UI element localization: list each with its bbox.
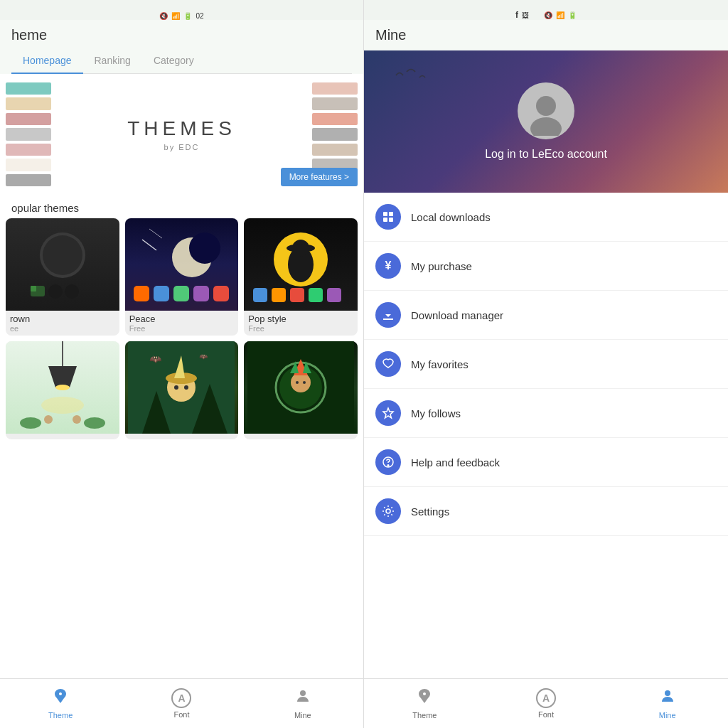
nav-font-left[interactable]: A Font: [121, 679, 242, 728]
nav-theme-left[interactable]: Theme: [0, 679, 121, 728]
my-purchase-icon: ¥: [375, 253, 401, 279]
left-bottom-nav: Theme A Font Mine: [0, 678, 363, 728]
theme-card-3[interactable]: [6, 341, 119, 439]
svg-rect-19: [253, 288, 267, 302]
theme-card-2[interactable]: Pop style Free: [244, 218, 358, 336]
svg-rect-23: [327, 288, 341, 302]
svg-point-18: [287, 244, 315, 252]
themes-grid: rown ee: [0, 218, 363, 445]
right-panel: Mine Log in to LeEco account: [364, 20, 728, 728]
more-features-button[interactable]: More features >: [281, 168, 358, 186]
menu-list: Local downloads ¥ My purchase Download m…: [364, 193, 728, 678]
svg-point-31: [73, 415, 81, 424]
svg-point-26: [55, 385, 70, 390]
svg-rect-14: [213, 286, 229, 301]
theme-card-img-0: [6, 218, 119, 311]
svg-point-29: [84, 417, 105, 429]
swatch-6: [6, 159, 51, 171]
svg-rect-56: [383, 218, 387, 222]
menu-item-label-3: My favorites: [411, 358, 469, 370]
swatch-1: [6, 82, 51, 95]
menu-my-follows[interactable]: My follows: [364, 389, 728, 438]
nav-mine-right[interactable]: Mine: [606, 679, 728, 728]
section-title: opular themes: [0, 195, 363, 218]
svg-point-61: [386, 509, 390, 513]
svg-rect-13: [193, 286, 209, 301]
mine-nav-label-left: Mine: [294, 711, 311, 719]
theme-name-1: Peace: [129, 314, 235, 324]
menu-my-purchase[interactable]: ¥ My purchase: [364, 242, 728, 291]
fb-icon: f: [515, 10, 518, 20]
theme-card-0[interactable]: rown ee: [6, 218, 119, 336]
theme-card-5[interactable]: [244, 341, 358, 439]
theme-name-2: Pop style: [248, 314, 353, 324]
svg-rect-12: [173, 286, 189, 301]
nav-theme-right[interactable]: Theme: [364, 679, 486, 728]
menu-local-downloads[interactable]: Local downloads: [364, 193, 728, 242]
time-display: 02: [196, 12, 203, 20]
swatch-r2: [312, 97, 358, 109]
swatch-5: [6, 144, 51, 156]
tab-homepage[interactable]: Homepage: [11, 48, 83, 73]
tab-ranking[interactable]: Ranking: [83, 48, 142, 73]
battery-icon: 🔋: [183, 12, 192, 20]
theme-card-img-5: [244, 341, 358, 434]
svg-point-52: [536, 96, 556, 116]
font-nav-label-left: Font: [173, 710, 189, 719]
theme-nav-icon-right: [416, 687, 433, 709]
wifi-icon-right: 📶: [556, 11, 564, 19]
nav-mine-left[interactable]: Mine: [242, 679, 363, 728]
menu-item-label-0: Local downloads: [411, 211, 491, 223]
right-title: Mine: [375, 27, 717, 43]
local-downloads-icon: [375, 204, 401, 230]
svg-text:🦇: 🦇: [199, 352, 208, 361]
theme-nav-label-left: Theme: [48, 711, 73, 719]
theme-card-info-1: Peace Free: [125, 311, 239, 336]
svg-point-62: [665, 690, 670, 696]
svg-point-4: [48, 284, 63, 299]
svg-point-27: [41, 397, 84, 414]
mine-nav-icon-right: [659, 687, 676, 709]
svg-rect-54: [383, 212, 387, 216]
theme-card-img-4: 🦇 🦇: [125, 341, 239, 434]
theme-card-4[interactable]: 🦇 🦇: [125, 341, 239, 439]
mute-icon: 🔇: [159, 12, 168, 20]
svg-point-53: [530, 117, 562, 136]
birds-decoration: [392, 65, 449, 88]
svg-rect-55: [389, 212, 393, 216]
menu-item-label-4: My follows: [411, 407, 461, 419]
profile-banner[interactable]: Log in to LeEco account: [364, 50, 728, 193]
theme-card-img-2: [244, 218, 358, 311]
tab-category[interactable]: Category: [142, 48, 205, 73]
svg-point-7: [189, 232, 220, 264]
wifi-icon: 📶: [171, 12, 180, 20]
font-nav-icon-left: A: [171, 688, 191, 708]
svg-point-5: [65, 284, 79, 299]
theme-card-img-3: [6, 341, 119, 434]
menu-settings[interactable]: Settings: [364, 487, 728, 536]
hero-subtitle: by EDC: [164, 143, 200, 151]
nav-font-right[interactable]: A Font: [486, 679, 607, 728]
theme-card-1[interactable]: Peace Free: [125, 218, 239, 336]
svg-line-9: [149, 229, 162, 238]
svg-rect-11: [154, 286, 169, 301]
menu-help-feedback[interactable]: Help and feedback: [364, 438, 728, 487]
left-status-bar: 🔇 📶 🔋 02: [0, 0, 364, 20]
font-nav-icon-right: A: [536, 688, 556, 708]
theme-price-0: ee: [10, 324, 115, 333]
swatch-r4: [312, 128, 358, 140]
settings-icon: [375, 498, 401, 524]
hero-title: THEMES: [127, 117, 236, 140]
svg-line-8: [142, 240, 156, 250]
menu-my-favorites[interactable]: My favorites: [364, 340, 728, 389]
svg-rect-22: [309, 288, 323, 302]
avatar: [518, 82, 574, 139]
svg-rect-20: [272, 288, 286, 302]
theme-card-info-2: Pop style Free: [244, 311, 358, 336]
left-panel: heme Homepage Ranking Category: [0, 20, 364, 728]
right-bottom-nav: Theme A Font Mine: [364, 678, 728, 728]
svg-point-30: [44, 415, 53, 424]
theme-card-img-1: [125, 218, 239, 311]
menu-download-manager[interactable]: Download manager: [364, 291, 728, 340]
svg-rect-3: [31, 286, 36, 291]
